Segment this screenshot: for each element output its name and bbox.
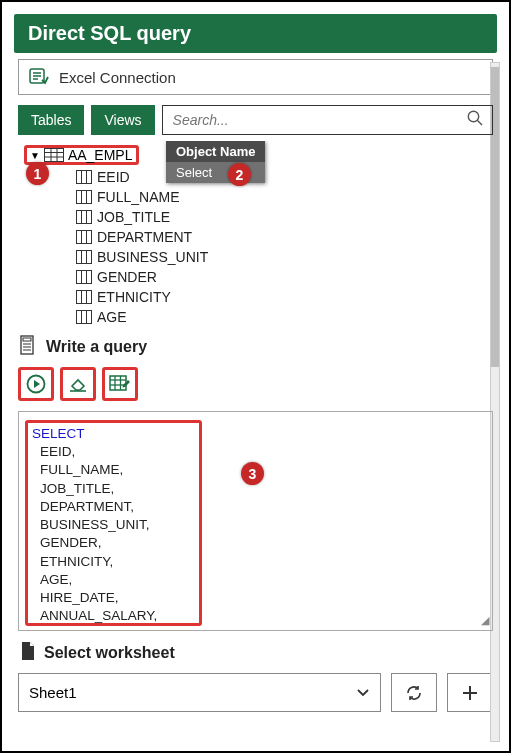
- column-icon: [76, 210, 92, 224]
- column-item[interactable]: ETHNICITY: [76, 287, 493, 307]
- column-label: GENDER: [97, 269, 157, 285]
- sql-line: ANNUAL_SALARY,: [32, 607, 195, 625]
- query-icon: [20, 335, 38, 359]
- chevron-down-icon: [356, 684, 370, 701]
- svg-line-2: [478, 121, 483, 126]
- context-menu-header: Object Name: [166, 141, 265, 162]
- column-item[interactable]: DEPARTMENT: [76, 227, 493, 247]
- column-icon: [76, 270, 92, 284]
- column-item[interactable]: JOB_TITLE: [76, 207, 493, 227]
- svg-rect-14: [77, 211, 92, 224]
- column-label: JOB_TITLE: [97, 209, 170, 225]
- svg-rect-26: [77, 291, 92, 304]
- callout-badge-2: 2: [228, 163, 251, 186]
- clear-query-button[interactable]: [60, 367, 96, 401]
- column-label: BUSINESS_UNIT: [97, 249, 208, 265]
- worksheet-selected: Sheet1: [29, 684, 77, 701]
- sql-line: GENDER,: [32, 534, 195, 552]
- chevron-down-icon[interactable]: ▼: [30, 150, 40, 161]
- column-icon: [76, 290, 92, 304]
- write-query-title: Write a query: [20, 335, 491, 359]
- column-list: EEID FULL_NAME JOB_TITLE DEPARTMENT BUSI…: [76, 167, 493, 327]
- column-item[interactable]: AGE: [76, 307, 493, 327]
- sql-line: FULL_NAME,: [32, 461, 195, 479]
- object-tree: ▼ AA_EMPL Object Name Select 1 2 EEID FU…: [18, 141, 493, 331]
- column-label: EEID: [97, 169, 130, 185]
- column-label: AGE: [97, 309, 127, 325]
- column-label: ETHNICITY: [97, 289, 171, 305]
- add-button[interactable]: [447, 673, 493, 712]
- select-worksheet-label: Select worksheet: [44, 644, 175, 662]
- search-input[interactable]: [171, 106, 466, 134]
- column-item[interactable]: BUSINESS_UNIT: [76, 247, 493, 267]
- svg-rect-39: [110, 376, 126, 390]
- run-query-button[interactable]: [18, 367, 54, 401]
- sql-line: BONUS_PERCENT,: [32, 625, 195, 626]
- column-item[interactable]: FULL_NAME: [76, 187, 493, 207]
- column-label: FULL_NAME: [97, 189, 179, 205]
- column-item[interactable]: EEID: [76, 167, 493, 187]
- column-label: DEPARTMENT: [97, 229, 192, 245]
- sql-line: BUSINESS_UNIT,: [32, 516, 195, 534]
- write-query-label: Write a query: [46, 338, 147, 356]
- resize-handle-icon[interactable]: ◢: [481, 614, 489, 627]
- sql-line: JOB_TITLE,: [32, 480, 195, 498]
- table-icon: [44, 148, 64, 162]
- svg-rect-33: [23, 338, 31, 341]
- tables-tab[interactable]: Tables: [18, 105, 84, 135]
- column-icon: [76, 230, 92, 244]
- connection-label: Excel Connection: [59, 69, 176, 86]
- select-worksheet-title: Select worksheet: [20, 641, 491, 665]
- page-title: Direct SQL query: [14, 14, 497, 53]
- svg-rect-20: [77, 251, 92, 264]
- search-icon: [466, 109, 484, 131]
- column-icon: [76, 190, 92, 204]
- svg-rect-11: [77, 191, 92, 204]
- svg-rect-3: [44, 149, 63, 162]
- worksheet-dropdown[interactable]: Sheet1: [18, 673, 381, 712]
- sql-line: ETHNICITY,: [32, 553, 195, 571]
- worksheet-icon: [20, 641, 36, 665]
- svg-rect-23: [77, 271, 92, 284]
- column-item[interactable]: GENDER: [76, 267, 493, 287]
- svg-rect-17: [77, 231, 92, 244]
- sql-keyword: SELECT: [32, 426, 85, 441]
- connection-box: Excel Connection: [18, 59, 493, 95]
- sql-text-highlight: SELECT EEID, FULL_NAME, JOB_TITLE, DEPAR…: [25, 420, 202, 626]
- svg-rect-8: [77, 171, 92, 184]
- sql-editor[interactable]: SELECT EEID, FULL_NAME, JOB_TITLE, DEPAR…: [18, 411, 493, 631]
- tree-root-label: AA_EMPL: [68, 147, 133, 163]
- connection-icon: [29, 68, 49, 86]
- edit-table-button[interactable]: [102, 367, 138, 401]
- search-input-wrap[interactable]: [162, 105, 493, 135]
- svg-point-1: [468, 111, 478, 121]
- sql-line: AGE,: [32, 571, 195, 589]
- callout-badge-1: 1: [26, 162, 49, 185]
- refresh-button[interactable]: [391, 673, 437, 712]
- column-icon: [76, 250, 92, 264]
- views-tab[interactable]: Views: [91, 105, 154, 135]
- sql-line: HIRE_DATE,: [32, 589, 195, 607]
- sql-line: DEPARTMENT,: [32, 498, 195, 516]
- column-icon: [76, 310, 92, 324]
- sql-line: EEID,: [32, 443, 195, 461]
- callout-badge-3: 3: [241, 462, 264, 485]
- column-icon: [76, 170, 92, 184]
- svg-rect-29: [77, 311, 92, 324]
